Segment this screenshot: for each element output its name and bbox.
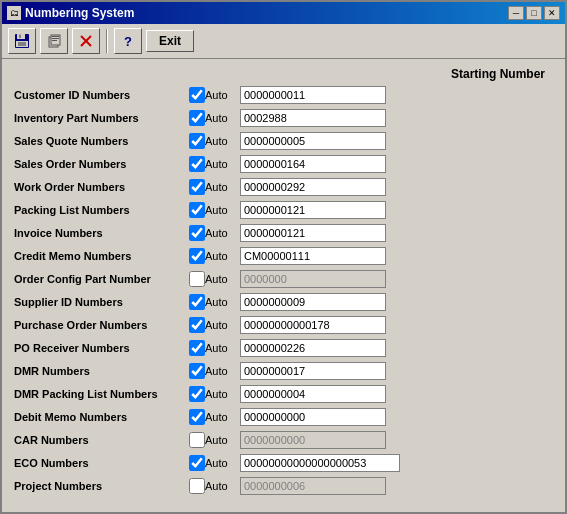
auto-checkbox[interactable] bbox=[189, 386, 205, 402]
minimize-button[interactable]: ─ bbox=[508, 6, 524, 20]
copy-icon bbox=[46, 33, 62, 49]
auto-label: Auto bbox=[205, 388, 240, 400]
table-row: Order Config Part Number Auto bbox=[14, 269, 553, 289]
starting-number-input bbox=[240, 431, 386, 449]
row-label: Order Config Part Number bbox=[14, 273, 189, 285]
starting-number-input[interactable] bbox=[240, 316, 386, 334]
title-controls: ─ □ ✕ bbox=[508, 6, 560, 20]
auto-checkbox[interactable] bbox=[189, 340, 205, 356]
table-row: CAR Numbers Auto bbox=[14, 430, 553, 450]
row-label: Work Order Numbers bbox=[14, 181, 189, 193]
table-row: Invoice Numbers Auto bbox=[14, 223, 553, 243]
auto-label: Auto bbox=[205, 227, 240, 239]
auto-checkbox[interactable] bbox=[189, 409, 205, 425]
row-label: CAR Numbers bbox=[14, 434, 189, 446]
table-row: Project Numbers Auto bbox=[14, 476, 553, 496]
row-label: Sales Quote Numbers bbox=[14, 135, 189, 147]
title-bar-left: 🗂 Numbering System bbox=[7, 6, 134, 20]
row-label: DMR Numbers bbox=[14, 365, 189, 377]
row-label: Credit Memo Numbers bbox=[14, 250, 189, 262]
starting-number-input[interactable] bbox=[240, 155, 386, 173]
auto-checkbox[interactable] bbox=[189, 110, 205, 126]
copy-button[interactable] bbox=[40, 28, 68, 54]
title-bar: 🗂 Numbering System ─ □ ✕ bbox=[2, 2, 565, 24]
auto-label: Auto bbox=[205, 135, 240, 147]
save-button[interactable] bbox=[8, 28, 36, 54]
row-label: ECO Numbers bbox=[14, 457, 189, 469]
close-button[interactable]: ✕ bbox=[544, 6, 560, 20]
svg-rect-2 bbox=[19, 35, 21, 39]
auto-label: Auto bbox=[205, 457, 240, 469]
auto-checkbox[interactable] bbox=[189, 271, 205, 287]
starting-number-input[interactable] bbox=[240, 132, 386, 150]
row-label: Debit Memo Numbers bbox=[14, 411, 189, 423]
auto-checkbox[interactable] bbox=[189, 455, 205, 471]
save-icon bbox=[14, 33, 30, 49]
row-label: Project Numbers bbox=[14, 480, 189, 492]
svg-rect-7 bbox=[52, 36, 59, 37]
row-label: Purchase Order Numbers bbox=[14, 319, 189, 331]
auto-label: Auto bbox=[205, 411, 240, 423]
auto-checkbox[interactable] bbox=[189, 478, 205, 494]
header-row: Starting Number bbox=[14, 67, 553, 81]
window-icon: 🗂 bbox=[7, 6, 21, 20]
auto-label: Auto bbox=[205, 204, 240, 216]
svg-rect-9 bbox=[52, 40, 57, 41]
table-row: Customer ID Numbers Auto bbox=[14, 85, 553, 105]
auto-checkbox[interactable] bbox=[189, 87, 205, 103]
starting-number-input[interactable] bbox=[240, 362, 386, 380]
delete-button[interactable] bbox=[72, 28, 100, 54]
starting-number-input[interactable] bbox=[240, 247, 386, 265]
starting-number-input[interactable] bbox=[240, 454, 400, 472]
row-label: Sales Order Numbers bbox=[14, 158, 189, 170]
table-row: Inventory Part Numbers Auto bbox=[14, 108, 553, 128]
table-row: DMR Packing List Numbers Auto bbox=[14, 384, 553, 404]
auto-label: Auto bbox=[205, 342, 240, 354]
help-icon: ? bbox=[124, 34, 132, 49]
row-label: Packing List Numbers bbox=[14, 204, 189, 216]
starting-number-input[interactable] bbox=[240, 224, 386, 242]
auto-checkbox[interactable] bbox=[189, 317, 205, 333]
table-row: Sales Order Numbers Auto bbox=[14, 154, 553, 174]
table-row: ECO Numbers Auto bbox=[14, 453, 553, 473]
starting-number-input[interactable] bbox=[240, 109, 386, 127]
auto-label: Auto bbox=[205, 181, 240, 193]
auto-checkbox[interactable] bbox=[189, 432, 205, 448]
auto-label: Auto bbox=[205, 250, 240, 262]
auto-checkbox[interactable] bbox=[189, 248, 205, 264]
starting-number-input[interactable] bbox=[240, 201, 386, 219]
maximize-button[interactable]: □ bbox=[526, 6, 542, 20]
auto-checkbox[interactable] bbox=[189, 294, 205, 310]
table-row: Purchase Order Numbers Auto bbox=[14, 315, 553, 335]
auto-checkbox[interactable] bbox=[189, 363, 205, 379]
table-row: Debit Memo Numbers Auto bbox=[14, 407, 553, 427]
auto-checkbox[interactable] bbox=[189, 133, 205, 149]
auto-checkbox[interactable] bbox=[189, 202, 205, 218]
help-button[interactable]: ? bbox=[114, 28, 142, 54]
starting-number-input[interactable] bbox=[240, 408, 386, 426]
starting-number-input[interactable] bbox=[240, 385, 386, 403]
toolbar-separator bbox=[106, 29, 108, 53]
auto-label: Auto bbox=[205, 273, 240, 285]
row-label: Supplier ID Numbers bbox=[14, 296, 189, 308]
auto-label: Auto bbox=[205, 365, 240, 377]
content-area: Starting Number Customer ID Numbers Auto… bbox=[2, 59, 565, 512]
auto-label: Auto bbox=[205, 480, 240, 492]
auto-label: Auto bbox=[205, 89, 240, 101]
table-row: DMR Numbers Auto bbox=[14, 361, 553, 381]
exit-button[interactable]: Exit bbox=[146, 30, 194, 52]
starting-number-input[interactable] bbox=[240, 339, 386, 357]
auto-checkbox[interactable] bbox=[189, 225, 205, 241]
starting-number-input[interactable] bbox=[240, 178, 386, 196]
rows-container: Customer ID Numbers AutoInventory Part N… bbox=[14, 85, 553, 496]
auto-checkbox[interactable] bbox=[189, 156, 205, 172]
svg-rect-8 bbox=[52, 38, 59, 39]
starting-number-input[interactable] bbox=[240, 86, 386, 104]
main-window: 🗂 Numbering System ─ □ ✕ bbox=[0, 0, 567, 514]
delete-icon bbox=[78, 33, 94, 49]
auto-checkbox[interactable] bbox=[189, 179, 205, 195]
starting-number-input[interactable] bbox=[240, 293, 386, 311]
table-row: Supplier ID Numbers Auto bbox=[14, 292, 553, 312]
starting-number-input bbox=[240, 477, 386, 495]
svg-rect-4 bbox=[18, 42, 26, 46]
